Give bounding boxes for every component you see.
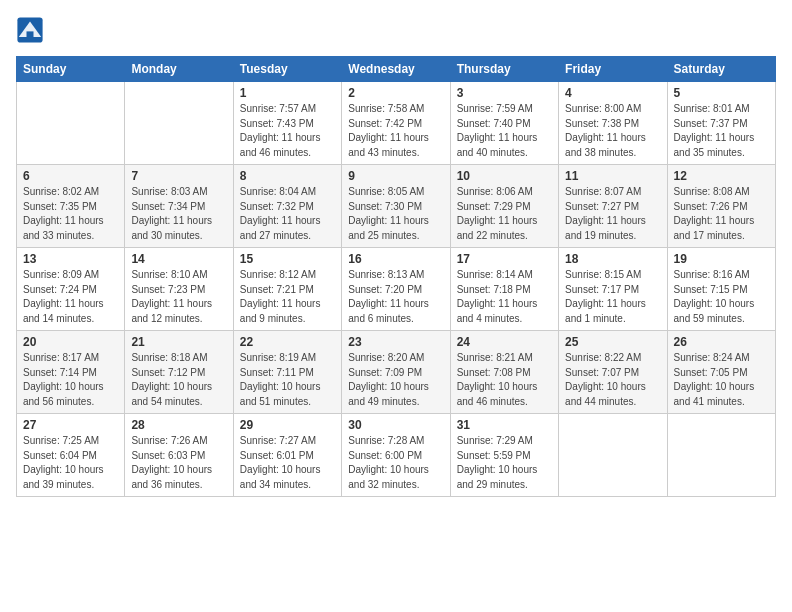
calendar-week-row: 1Sunrise: 7:57 AM Sunset: 7:43 PM Daylig… [17, 82, 776, 165]
calendar-cell: 19Sunrise: 8:16 AM Sunset: 7:15 PM Dayli… [667, 248, 775, 331]
col-header-friday: Friday [559, 57, 667, 82]
day-number: 21 [131, 335, 226, 349]
day-number: 13 [23, 252, 118, 266]
col-header-sunday: Sunday [17, 57, 125, 82]
calendar-week-row: 13Sunrise: 8:09 AM Sunset: 7:24 PM Dayli… [17, 248, 776, 331]
day-info: Sunrise: 8:15 AM Sunset: 7:17 PM Dayligh… [565, 268, 660, 326]
day-number: 1 [240, 86, 335, 100]
svg-rect-2 [27, 31, 34, 37]
calendar-cell: 30Sunrise: 7:28 AM Sunset: 6:00 PM Dayli… [342, 414, 450, 497]
calendar-cell [667, 414, 775, 497]
calendar-cell: 8Sunrise: 8:04 AM Sunset: 7:32 PM Daylig… [233, 165, 341, 248]
calendar-cell: 21Sunrise: 8:18 AM Sunset: 7:12 PM Dayli… [125, 331, 233, 414]
day-number: 11 [565, 169, 660, 183]
day-number: 26 [674, 335, 769, 349]
calendar-week-row: 27Sunrise: 7:25 AM Sunset: 6:04 PM Dayli… [17, 414, 776, 497]
calendar-cell: 12Sunrise: 8:08 AM Sunset: 7:26 PM Dayli… [667, 165, 775, 248]
day-info: Sunrise: 8:13 AM Sunset: 7:20 PM Dayligh… [348, 268, 443, 326]
day-info: Sunrise: 8:18 AM Sunset: 7:12 PM Dayligh… [131, 351, 226, 409]
calendar-cell: 22Sunrise: 8:19 AM Sunset: 7:11 PM Dayli… [233, 331, 341, 414]
day-number: 10 [457, 169, 552, 183]
day-info: Sunrise: 8:03 AM Sunset: 7:34 PM Dayligh… [131, 185, 226, 243]
day-info: Sunrise: 7:26 AM Sunset: 6:03 PM Dayligh… [131, 434, 226, 492]
day-info: Sunrise: 8:20 AM Sunset: 7:09 PM Dayligh… [348, 351, 443, 409]
calendar-cell: 14Sunrise: 8:10 AM Sunset: 7:23 PM Dayli… [125, 248, 233, 331]
day-info: Sunrise: 8:02 AM Sunset: 7:35 PM Dayligh… [23, 185, 118, 243]
day-info: Sunrise: 8:07 AM Sunset: 7:27 PM Dayligh… [565, 185, 660, 243]
day-info: Sunrise: 8:00 AM Sunset: 7:38 PM Dayligh… [565, 102, 660, 160]
day-info: Sunrise: 8:21 AM Sunset: 7:08 PM Dayligh… [457, 351, 552, 409]
day-info: Sunrise: 8:14 AM Sunset: 7:18 PM Dayligh… [457, 268, 552, 326]
calendar-week-row: 20Sunrise: 8:17 AM Sunset: 7:14 PM Dayli… [17, 331, 776, 414]
day-info: Sunrise: 8:08 AM Sunset: 7:26 PM Dayligh… [674, 185, 769, 243]
day-info: Sunrise: 8:04 AM Sunset: 7:32 PM Dayligh… [240, 185, 335, 243]
day-number: 22 [240, 335, 335, 349]
day-number: 27 [23, 418, 118, 432]
calendar-cell: 29Sunrise: 7:27 AM Sunset: 6:01 PM Dayli… [233, 414, 341, 497]
day-info: Sunrise: 7:25 AM Sunset: 6:04 PM Dayligh… [23, 434, 118, 492]
col-header-saturday: Saturday [667, 57, 775, 82]
calendar-cell: 17Sunrise: 8:14 AM Sunset: 7:18 PM Dayli… [450, 248, 558, 331]
day-info: Sunrise: 7:27 AM Sunset: 6:01 PM Dayligh… [240, 434, 335, 492]
day-number: 23 [348, 335, 443, 349]
calendar-cell: 31Sunrise: 7:29 AM Sunset: 5:59 PM Dayli… [450, 414, 558, 497]
day-number: 16 [348, 252, 443, 266]
day-info: Sunrise: 7:29 AM Sunset: 5:59 PM Dayligh… [457, 434, 552, 492]
day-info: Sunrise: 8:01 AM Sunset: 7:37 PM Dayligh… [674, 102, 769, 160]
calendar-cell [125, 82, 233, 165]
calendar-cell: 18Sunrise: 8:15 AM Sunset: 7:17 PM Dayli… [559, 248, 667, 331]
day-info: Sunrise: 8:06 AM Sunset: 7:29 PM Dayligh… [457, 185, 552, 243]
calendar-cell: 1Sunrise: 7:57 AM Sunset: 7:43 PM Daylig… [233, 82, 341, 165]
day-info: Sunrise: 8:17 AM Sunset: 7:14 PM Dayligh… [23, 351, 118, 409]
calendar-cell: 16Sunrise: 8:13 AM Sunset: 7:20 PM Dayli… [342, 248, 450, 331]
day-info: Sunrise: 8:24 AM Sunset: 7:05 PM Dayligh… [674, 351, 769, 409]
calendar-cell: 11Sunrise: 8:07 AM Sunset: 7:27 PM Dayli… [559, 165, 667, 248]
day-info: Sunrise: 8:09 AM Sunset: 7:24 PM Dayligh… [23, 268, 118, 326]
calendar-cell: 9Sunrise: 8:05 AM Sunset: 7:30 PM Daylig… [342, 165, 450, 248]
calendar-cell: 24Sunrise: 8:21 AM Sunset: 7:08 PM Dayli… [450, 331, 558, 414]
col-header-wednesday: Wednesday [342, 57, 450, 82]
day-number: 4 [565, 86, 660, 100]
day-number: 19 [674, 252, 769, 266]
day-number: 31 [457, 418, 552, 432]
col-header-thursday: Thursday [450, 57, 558, 82]
day-number: 29 [240, 418, 335, 432]
calendar-cell [559, 414, 667, 497]
day-number: 24 [457, 335, 552, 349]
calendar-cell: 2Sunrise: 7:58 AM Sunset: 7:42 PM Daylig… [342, 82, 450, 165]
day-number: 30 [348, 418, 443, 432]
day-number: 8 [240, 169, 335, 183]
calendar-week-row: 6Sunrise: 8:02 AM Sunset: 7:35 PM Daylig… [17, 165, 776, 248]
day-number: 9 [348, 169, 443, 183]
calendar-cell [17, 82, 125, 165]
calendar-cell: 28Sunrise: 7:26 AM Sunset: 6:03 PM Dayli… [125, 414, 233, 497]
day-info: Sunrise: 8:22 AM Sunset: 7:07 PM Dayligh… [565, 351, 660, 409]
day-info: Sunrise: 8:05 AM Sunset: 7:30 PM Dayligh… [348, 185, 443, 243]
calendar-cell: 26Sunrise: 8:24 AM Sunset: 7:05 PM Dayli… [667, 331, 775, 414]
page-header [16, 16, 776, 44]
calendar-cell: 3Sunrise: 7:59 AM Sunset: 7:40 PM Daylig… [450, 82, 558, 165]
calendar-cell: 6Sunrise: 8:02 AM Sunset: 7:35 PM Daylig… [17, 165, 125, 248]
day-number: 20 [23, 335, 118, 349]
day-number: 12 [674, 169, 769, 183]
calendar-cell: 27Sunrise: 7:25 AM Sunset: 6:04 PM Dayli… [17, 414, 125, 497]
day-number: 14 [131, 252, 226, 266]
calendar-cell: 20Sunrise: 8:17 AM Sunset: 7:14 PM Dayli… [17, 331, 125, 414]
day-info: Sunrise: 7:58 AM Sunset: 7:42 PM Dayligh… [348, 102, 443, 160]
calendar-table: SundayMondayTuesdayWednesdayThursdayFrid… [16, 56, 776, 497]
day-info: Sunrise: 8:16 AM Sunset: 7:15 PM Dayligh… [674, 268, 769, 326]
day-number: 6 [23, 169, 118, 183]
day-number: 2 [348, 86, 443, 100]
day-number: 15 [240, 252, 335, 266]
day-number: 5 [674, 86, 769, 100]
day-info: Sunrise: 7:57 AM Sunset: 7:43 PM Dayligh… [240, 102, 335, 160]
calendar-header-row: SundayMondayTuesdayWednesdayThursdayFrid… [17, 57, 776, 82]
calendar-cell: 10Sunrise: 8:06 AM Sunset: 7:29 PM Dayli… [450, 165, 558, 248]
calendar-cell: 7Sunrise: 8:03 AM Sunset: 7:34 PM Daylig… [125, 165, 233, 248]
day-info: Sunrise: 7:59 AM Sunset: 7:40 PM Dayligh… [457, 102, 552, 160]
col-header-tuesday: Tuesday [233, 57, 341, 82]
day-number: 28 [131, 418, 226, 432]
logo-icon [16, 16, 44, 44]
col-header-monday: Monday [125, 57, 233, 82]
calendar-cell: 25Sunrise: 8:22 AM Sunset: 7:07 PM Dayli… [559, 331, 667, 414]
